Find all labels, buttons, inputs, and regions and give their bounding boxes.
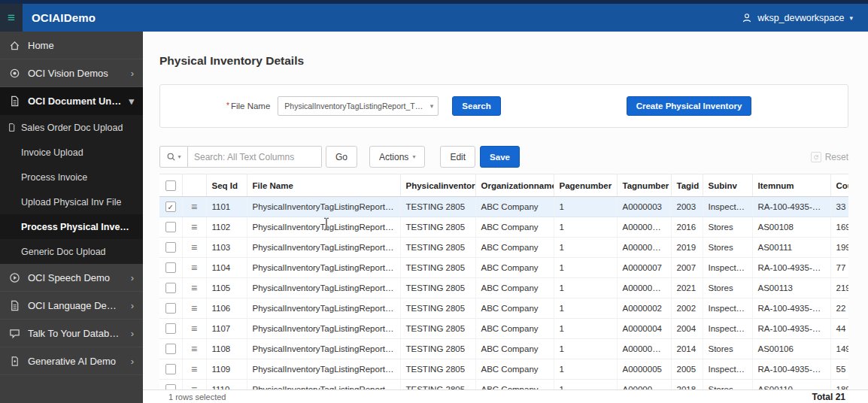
row-checkbox[interactable] [165, 323, 176, 334]
nav-toggle-button[interactable]: ≡ [0, 4, 23, 32]
row-checkbox[interactable] [165, 344, 176, 354]
table-row[interactable]: ≡1109PhysicalInventoryTagListingReport_T… [159, 359, 848, 380]
table-cell: Inspection [703, 319, 752, 339]
chevron-right-icon: › [131, 356, 134, 367]
table-cell: 1 [554, 278, 617, 298]
row-menu-icon[interactable]: ≡ [182, 359, 206, 380]
table-cell: A00000014 [617, 339, 671, 359]
row-checkbox[interactable] [165, 364, 176, 374]
table-cell: A0000007 [617, 258, 671, 278]
sidebar-item-label: Generative AI Demo [28, 356, 116, 367]
row-menu-icon[interactable]: ≡ [182, 238, 206, 258]
table-row[interactable]: ≡1104PhysicalInventoryTagListingReport_T… [159, 258, 848, 278]
row-menu-icon[interactable]: ≡ [182, 258, 206, 278]
column-header-file-name[interactable]: File Name [247, 174, 400, 197]
save-button[interactable]: Save [480, 146, 520, 168]
table-cell: ABC Company [475, 319, 554, 339]
sidebar-item-talk-to-your-database[interactable]: Talk To Your Database› [0, 320, 143, 347]
table-cell: AS00111 [752, 238, 830, 258]
row-checkbox[interactable] [165, 283, 176, 293]
row-checkbox-cell [159, 278, 182, 298]
column-header-tagnumber[interactable]: Tagnumber [617, 174, 671, 197]
create-physical-inventory-button[interactable]: Create Physical Inventory [627, 96, 752, 116]
table-cell: 2019 [671, 238, 703, 258]
sidebar-item-oci-language-demos[interactable]: OCI Language Demos› [0, 292, 143, 320]
row-checkbox[interactable] [165, 202, 176, 212]
column-header-pagenumber[interactable]: Pagenumber [554, 174, 617, 197]
row-menu-icon[interactable]: ≡ [182, 298, 206, 319]
table-cell: Stores [703, 278, 752, 298]
row-checkbox-cell [159, 380, 182, 390]
row-menu-icon[interactable]: ≡ [182, 380, 206, 390]
row-checkbox[interactable] [165, 222, 176, 232]
sidebar-item-invoice-upload[interactable]: Invoice Upload [0, 140, 143, 165]
actions-button[interactable]: Actions ▾ [369, 146, 425, 168]
table-row[interactable]: ≡1108PhysicalInventoryTagListingReport_T… [159, 339, 848, 359]
column-header-physicalinventory[interactable]: Physicalinventory [400, 174, 475, 197]
table-cell: 33 [830, 197, 848, 217]
table-cell: TESTING 2805 [400, 339, 475, 359]
row-menu-icon[interactable]: ≡ [182, 278, 206, 298]
row-checkbox[interactable] [165, 303, 176, 314]
table-cell: 1 [554, 217, 617, 238]
table-cell: A00000018 [617, 380, 671, 390]
sidebar-item-home[interactable]: Home [0, 32, 143, 59]
search-column-select-button[interactable]: ▾ [159, 146, 188, 168]
sidebar-item-oci-document-unders[interactable]: OCI Document Unders...▾ [0, 87, 143, 115]
sidebar-item-generic-doc-upload[interactable]: Generic Doc Upload [0, 239, 143, 264]
sidebar-item-process-physical-inventory[interactable]: Process Physical Inventory [0, 214, 143, 239]
file-name-select[interactable]: PhysicalInventoryTagListingReport_TEST_2… [278, 96, 439, 116]
reset-button[interactable]: Reset [811, 147, 848, 167]
sidebar-item-generative-ai-demo[interactable]: Generative AI Demo› [0, 347, 143, 375]
table-cell: RA-100-4935-LOT [752, 298, 830, 319]
table-cell: 1 [554, 298, 617, 319]
hamburger-icon: ≡ [8, 11, 15, 26]
sidebar-item-upload-physical-inv-file[interactable]: Upload Physical Inv File [0, 189, 143, 214]
column-header-seq-id[interactable]: Seq Id [206, 174, 247, 197]
row-checkbox[interactable] [165, 262, 176, 273]
search-input[interactable] [188, 146, 322, 168]
table-cell: TESTING 2805 [400, 278, 475, 298]
row-menu-icon[interactable]: ≡ [182, 319, 206, 339]
select-all-checkbox[interactable] [165, 180, 176, 191]
go-button[interactable]: Go [326, 146, 357, 168]
table-row[interactable]: ≡1106PhysicalInventoryTagListingReport_T… [159, 298, 848, 319]
table-row[interactable]: ≡1102PhysicalInventoryTagListingReport_T… [159, 217, 848, 238]
sidebar-item-sales-order-doc-upload[interactable]: Sales Order Doc Upload [0, 115, 143, 140]
table-cell: TESTING 2805 [400, 238, 475, 258]
row-checkbox[interactable] [165, 384, 176, 389]
sidebar-item-oci-vision-demos[interactable]: OCI Vision Demos› [0, 59, 143, 87]
sidebar-item-oci-speech-demo[interactable]: OCI Speech Demo› [0, 264, 143, 292]
search-button[interactable]: Search [452, 96, 500, 116]
table-cell: 1 [554, 197, 617, 217]
table-body: ≡1101PhysicalInventoryTagListingReport_T… [159, 197, 848, 390]
column-header-count[interactable]: Count [830, 174, 848, 197]
table-cell: PhysicalInventoryTagListingReport_TEST_2 [247, 238, 400, 258]
table-cell: 1108 [206, 339, 247, 359]
row-menu-icon[interactable]: ≡ [182, 339, 206, 359]
table-cell: 1 [554, 238, 617, 258]
table-cell: TESTING 2805 [400, 380, 475, 390]
column-header-subinv[interactable]: Subinv [703, 174, 752, 197]
table-cell: 1 [554, 319, 617, 339]
row-checkbox[interactable] [165, 242, 176, 253]
table-row[interactable]: ≡1110PhysicalInventoryTagListingReport_T… [159, 380, 848, 390]
workspace-menu[interactable]: wksp_devworkspace ▾ [742, 13, 853, 23]
sidebar-nav: HomeOCI Vision Demos›OCI Document Unders… [0, 32, 143, 403]
column-header-organizationname[interactable]: Organizationname [475, 174, 554, 197]
total-count: Total 21 [812, 392, 845, 402]
table-row[interactable]: ≡1105PhysicalInventoryTagListingReport_T… [159, 278, 848, 298]
table-row[interactable]: ≡1101PhysicalInventoryTagListingReport_T… [159, 197, 848, 217]
table-cell: ABC Company [475, 278, 554, 298]
row-menu-icon[interactable]: ≡ [182, 217, 206, 238]
table-header-row: Seq IdFile NamePhysicalinventoryOrganiza… [159, 174, 848, 197]
sidebar-item-process-invoice[interactable]: Process Invoice [0, 165, 143, 189]
table-cell: 189 [830, 380, 848, 390]
row-menu-icon[interactable]: ≡ [182, 197, 206, 217]
row-checkbox-cell [159, 217, 182, 238]
table-row[interactable]: ≡1103PhysicalInventoryTagListingReport_T… [159, 238, 848, 258]
column-header-itemnum[interactable]: Itemnum [752, 174, 830, 197]
edit-button[interactable]: Edit [440, 146, 475, 168]
table-row[interactable]: ≡1107PhysicalInventoryTagListingReport_T… [159, 319, 848, 339]
column-header-tagid[interactable]: Tagid [671, 174, 703, 197]
